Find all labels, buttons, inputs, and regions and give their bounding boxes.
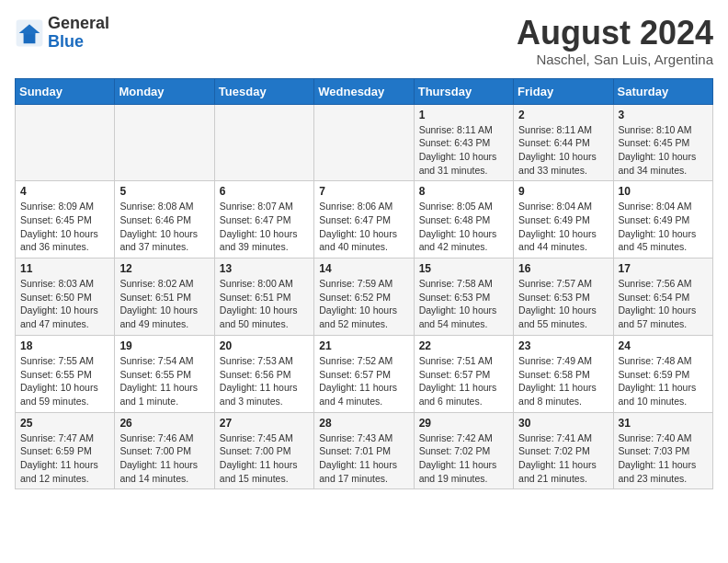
calendar-body: 1Sunrise: 8:11 AM Sunset: 6:43 PM Daylig… bbox=[16, 104, 713, 489]
day-info: Sunrise: 8:05 AM Sunset: 6:48 PM Dayligh… bbox=[419, 200, 508, 254]
day-info: Sunrise: 8:02 AM Sunset: 6:51 PM Dayligh… bbox=[119, 277, 209, 331]
day-info: Sunrise: 7:52 AM Sunset: 6:57 PM Dayligh… bbox=[319, 354, 408, 408]
calendar-week-row: 11Sunrise: 8:03 AM Sunset: 6:50 PM Dayli… bbox=[16, 259, 713, 336]
calendar-cell: 14Sunrise: 7:59 AM Sunset: 6:52 PM Dayli… bbox=[314, 259, 414, 336]
day-info: Sunrise: 7:41 AM Sunset: 7:02 PM Dayligh… bbox=[518, 431, 608, 486]
title-block: August 2024 Naschel, San Luis, Argentina bbox=[517, 15, 713, 67]
day-info: Sunrise: 8:04 AM Sunset: 6:49 PM Dayligh… bbox=[518, 200, 608, 254]
day-info: Sunrise: 7:49 AM Sunset: 6:58 PM Dayligh… bbox=[518, 354, 608, 408]
calendar-cell: 23Sunrise: 7:49 AM Sunset: 6:58 PM Dayli… bbox=[514, 335, 613, 412]
calendar-cell: 18Sunrise: 7:55 AM Sunset: 6:55 PM Dayli… bbox=[16, 335, 115, 412]
day-number: 9 bbox=[518, 185, 608, 198]
day-number: 13 bbox=[220, 262, 309, 275]
day-info: Sunrise: 7:40 AM Sunset: 7:03 PM Dayligh… bbox=[619, 431, 708, 486]
day-info: Sunrise: 7:47 AM Sunset: 6:59 PM Dayligh… bbox=[20, 431, 109, 486]
day-number: 17 bbox=[619, 262, 708, 275]
day-number: 11 bbox=[20, 262, 109, 275]
day-number: 7 bbox=[319, 185, 408, 198]
day-info: Sunrise: 8:00 AM Sunset: 6:51 PM Dayligh… bbox=[220, 277, 309, 331]
logo-general-label: General bbox=[48, 15, 109, 33]
calendar-week-row: 1Sunrise: 8:11 AM Sunset: 6:43 PM Daylig… bbox=[16, 104, 713, 181]
logo-blue-label: Blue bbox=[48, 33, 109, 52]
day-number: 5 bbox=[119, 185, 209, 198]
calendar-cell: 6Sunrise: 8:07 AM Sunset: 6:47 PM Daylig… bbox=[214, 181, 313, 259]
day-number: 12 bbox=[119, 262, 209, 275]
calendar-cell: 4Sunrise: 8:09 AM Sunset: 6:45 PM Daylig… bbox=[16, 181, 115, 259]
day-info: Sunrise: 7:57 AM Sunset: 6:53 PM Dayligh… bbox=[518, 277, 608, 331]
weekday-header-friday: Friday bbox=[514, 78, 613, 104]
calendar-cell bbox=[314, 104, 414, 181]
day-number: 10 bbox=[619, 185, 708, 198]
day-info: Sunrise: 7:59 AM Sunset: 6:52 PM Dayligh… bbox=[319, 277, 408, 331]
calendar-cell bbox=[115, 104, 214, 181]
calendar-cell: 13Sunrise: 8:00 AM Sunset: 6:51 PM Dayli… bbox=[214, 259, 313, 336]
day-number: 20 bbox=[220, 339, 309, 352]
calendar-cell: 7Sunrise: 8:06 AM Sunset: 6:47 PM Daylig… bbox=[314, 181, 414, 259]
day-number: 23 bbox=[518, 339, 608, 352]
calendar-cell bbox=[16, 104, 115, 181]
calendar-cell bbox=[214, 104, 313, 181]
day-number: 6 bbox=[220, 185, 309, 198]
day-info: Sunrise: 7:45 AM Sunset: 7:00 PM Dayligh… bbox=[220, 431, 309, 486]
calendar-cell: 31Sunrise: 7:40 AM Sunset: 7:03 PM Dayli… bbox=[613, 412, 712, 489]
day-info: Sunrise: 7:43 AM Sunset: 7:01 PM Dayligh… bbox=[319, 431, 408, 486]
calendar-cell: 24Sunrise: 7:48 AM Sunset: 6:59 PM Dayli… bbox=[613, 335, 712, 412]
day-info: Sunrise: 7:42 AM Sunset: 7:02 PM Dayligh… bbox=[419, 431, 508, 486]
day-number: 18 bbox=[20, 339, 109, 352]
calendar-cell: 19Sunrise: 7:54 AM Sunset: 6:55 PM Dayli… bbox=[115, 335, 214, 412]
calendar-cell: 16Sunrise: 7:57 AM Sunset: 6:53 PM Dayli… bbox=[514, 259, 613, 336]
logo-icon bbox=[15, 18, 44, 48]
day-number: 3 bbox=[619, 109, 708, 121]
page-header: General Blue August 2024 Naschel, San Lu… bbox=[15, 15, 713, 67]
calendar-table: SundayMondayTuesdayWednesdayThursdayFrid… bbox=[15, 78, 713, 490]
calendar-week-row: 18Sunrise: 7:55 AM Sunset: 6:55 PM Dayli… bbox=[16, 335, 713, 412]
day-number: 19 bbox=[119, 339, 209, 352]
weekday-header-thursday: Thursday bbox=[414, 78, 513, 104]
calendar-cell: 9Sunrise: 8:04 AM Sunset: 6:49 PM Daylig… bbox=[514, 181, 613, 259]
day-number: 8 bbox=[419, 185, 508, 198]
day-info: Sunrise: 7:48 AM Sunset: 6:59 PM Dayligh… bbox=[619, 354, 708, 408]
calendar-cell: 29Sunrise: 7:42 AM Sunset: 7:02 PM Dayli… bbox=[414, 412, 513, 489]
calendar-cell: 3Sunrise: 8:10 AM Sunset: 6:45 PM Daylig… bbox=[613, 104, 712, 181]
calendar-cell: 17Sunrise: 7:56 AM Sunset: 6:54 PM Dayli… bbox=[613, 259, 712, 336]
day-info: Sunrise: 8:11 AM Sunset: 6:43 PM Dayligh… bbox=[419, 123, 508, 178]
calendar-cell: 12Sunrise: 8:02 AM Sunset: 6:51 PM Dayli… bbox=[115, 259, 214, 336]
calendar-cell: 20Sunrise: 7:53 AM Sunset: 6:56 PM Dayli… bbox=[214, 335, 313, 412]
day-number: 22 bbox=[419, 339, 508, 352]
day-info: Sunrise: 8:08 AM Sunset: 6:46 PM Dayligh… bbox=[119, 200, 209, 254]
calendar-cell: 8Sunrise: 8:05 AM Sunset: 6:48 PM Daylig… bbox=[414, 181, 513, 259]
day-number: 26 bbox=[119, 417, 209, 430]
calendar-week-row: 25Sunrise: 7:47 AM Sunset: 6:59 PM Dayli… bbox=[16, 412, 713, 489]
day-number: 27 bbox=[220, 417, 309, 430]
calendar-cell: 27Sunrise: 7:45 AM Sunset: 7:00 PM Dayli… bbox=[214, 412, 313, 489]
day-info: Sunrise: 7:46 AM Sunset: 7:00 PM Dayligh… bbox=[119, 431, 209, 486]
day-number: 2 bbox=[518, 109, 608, 121]
calendar-cell: 1Sunrise: 8:11 AM Sunset: 6:43 PM Daylig… bbox=[414, 104, 513, 181]
calendar-cell: 2Sunrise: 8:11 AM Sunset: 6:44 PM Daylig… bbox=[514, 104, 613, 181]
calendar-cell: 21Sunrise: 7:52 AM Sunset: 6:57 PM Dayli… bbox=[314, 335, 414, 412]
day-number: 15 bbox=[419, 262, 508, 275]
day-number: 21 bbox=[319, 339, 408, 352]
day-info: Sunrise: 8:11 AM Sunset: 6:44 PM Dayligh… bbox=[518, 123, 608, 178]
weekday-header-tuesday: Tuesday bbox=[214, 78, 313, 104]
calendar-cell: 28Sunrise: 7:43 AM Sunset: 7:01 PM Dayli… bbox=[314, 412, 414, 489]
day-number: 29 bbox=[419, 417, 508, 430]
calendar-cell: 26Sunrise: 7:46 AM Sunset: 7:00 PM Dayli… bbox=[115, 412, 214, 489]
day-number: 14 bbox=[319, 262, 408, 275]
calendar-cell: 10Sunrise: 8:04 AM Sunset: 6:49 PM Dayli… bbox=[613, 181, 712, 259]
day-info: Sunrise: 7:51 AM Sunset: 6:57 PM Dayligh… bbox=[419, 354, 508, 408]
weekday-header-saturday: Saturday bbox=[613, 78, 712, 104]
day-number: 16 bbox=[518, 262, 608, 275]
day-number: 31 bbox=[619, 417, 708, 430]
calendar-cell: 30Sunrise: 7:41 AM Sunset: 7:02 PM Dayli… bbox=[514, 412, 613, 489]
logo: General Blue bbox=[15, 15, 109, 52]
day-info: Sunrise: 7:54 AM Sunset: 6:55 PM Dayligh… bbox=[119, 354, 209, 408]
day-info: Sunrise: 8:10 AM Sunset: 6:45 PM Dayligh… bbox=[619, 123, 708, 178]
day-info: Sunrise: 7:56 AM Sunset: 6:54 PM Dayligh… bbox=[619, 277, 708, 331]
calendar-cell: 15Sunrise: 7:58 AM Sunset: 6:53 PM Dayli… bbox=[414, 259, 513, 336]
day-number: 30 bbox=[518, 417, 608, 430]
day-number: 28 bbox=[319, 417, 408, 430]
day-info: Sunrise: 8:09 AM Sunset: 6:45 PM Dayligh… bbox=[20, 200, 109, 254]
weekday-header-row: SundayMondayTuesdayWednesdayThursdayFrid… bbox=[16, 78, 713, 104]
day-info: Sunrise: 7:55 AM Sunset: 6:55 PM Dayligh… bbox=[20, 354, 109, 408]
